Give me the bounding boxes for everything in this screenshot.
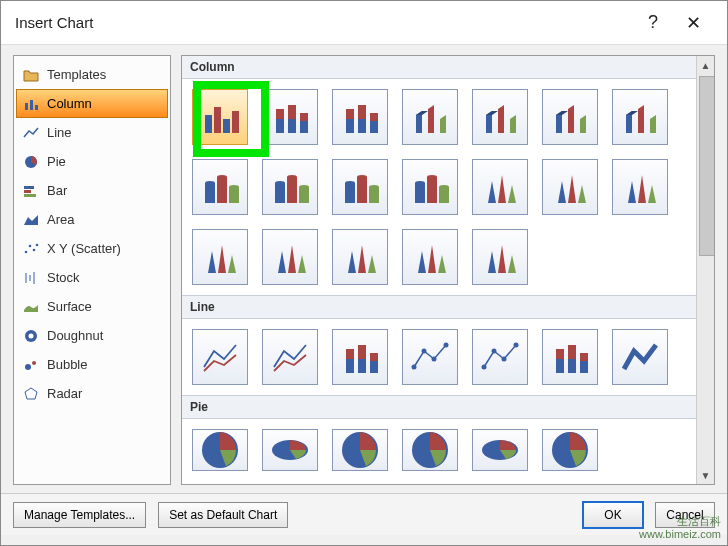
sidebar-item-templates[interactable]: Templates: [16, 60, 168, 89]
svg-point-90: [422, 349, 427, 354]
sidebar-item-bar[interactable]: Bar: [16, 176, 168, 205]
sidebar-item-bubble[interactable]: Bubble: [16, 350, 168, 379]
column-thumb-100pct-stacked-cone[interactable]: [612, 159, 668, 215]
column-thumb-stacked-column[interactable]: [262, 89, 318, 145]
scroll-up-arrow[interactable]: ▲: [697, 56, 714, 74]
svg-point-17: [32, 361, 36, 365]
column-thumb-clustered-pyramid[interactable]: [262, 229, 318, 285]
column-thumb-3d-pyramid[interactable]: [472, 229, 528, 285]
pie-thumb-bar-of-pie[interactable]: [542, 429, 598, 471]
svg-marker-78: [428, 245, 436, 273]
watermark: 生活百科 www.bimeiz.com: [639, 515, 721, 541]
sidebar-item-label: Radar: [47, 386, 82, 401]
svg-rect-20: [214, 107, 221, 133]
line-thumb-100pct-stacked-line-markers[interactable]: [542, 329, 598, 385]
sidebar-item-x-y-scatter-[interactable]: X Y (Scatter): [16, 234, 168, 263]
column-thumb-100pct-stacked-cylinder[interactable]: [332, 159, 388, 215]
close-button[interactable]: ✕: [673, 12, 713, 34]
sidebar-item-doughnut[interactable]: Doughnut: [16, 321, 168, 350]
svg-rect-32: [358, 105, 366, 119]
pie-thumb-exploded-3d-pie[interactable]: [472, 429, 528, 471]
column-icon: [23, 96, 39, 112]
line-thumb-line-markers[interactable]: [402, 329, 458, 385]
column-thumb-stacked-cylinder[interactable]: [262, 159, 318, 215]
sidebar-item-stock[interactable]: Stock: [16, 263, 168, 292]
pie-thumb-pie-of-pie[interactable]: [332, 429, 388, 471]
svg-rect-26: [288, 105, 296, 119]
line-thumb-100pct-stacked-line[interactable]: [332, 329, 388, 385]
svg-marker-73: [298, 255, 306, 273]
svg-point-7: [25, 250, 28, 253]
svg-marker-66: [638, 175, 646, 203]
column-thumb-stacked-pyramid[interactable]: [332, 229, 388, 285]
svg-rect-38: [217, 177, 227, 203]
radar-icon: [23, 386, 39, 402]
bar-icon: [23, 183, 39, 199]
svg-rect-58: [439, 187, 449, 203]
column-thumb-3d-cylinder[interactable]: [402, 159, 458, 215]
column-thumb-3d-cone[interactable]: [192, 229, 248, 285]
svg-point-96: [514, 343, 519, 348]
svg-point-16: [25, 364, 31, 370]
folder-icon: [23, 67, 39, 83]
sidebar-item-surface[interactable]: Surface: [16, 292, 168, 321]
svg-rect-48: [345, 183, 355, 203]
set-default-chart-button[interactable]: Set as Default Chart: [158, 502, 288, 528]
svg-point-10: [36, 243, 39, 246]
svg-rect-30: [346, 109, 354, 119]
sidebar-item-pie[interactable]: Pie: [16, 147, 168, 176]
pie-thumb-3d-pie[interactable]: [262, 429, 318, 471]
help-button[interactable]: ?: [633, 12, 673, 33]
column-thumb-clustered-cone[interactable]: [472, 159, 528, 215]
stock-icon: [23, 270, 39, 286]
line-thumb-line[interactable]: [192, 329, 248, 385]
column-thumb-3d-stacked-column[interactable]: [472, 89, 528, 145]
scrollbar[interactable]: ▲ ▼: [696, 56, 714, 484]
svg-rect-42: [275, 183, 285, 203]
svg-rect-6: [24, 194, 36, 197]
sidebar-item-line[interactable]: Line: [16, 118, 168, 147]
svg-rect-5: [24, 190, 31, 193]
sidebar-item-label: Column: [47, 96, 92, 111]
svg-rect-34: [370, 113, 378, 121]
column-thumb-3d-column[interactable]: [612, 89, 668, 145]
sidebar-item-column[interactable]: Column: [16, 89, 168, 118]
column-thumb-3d-clustered-column[interactable]: [402, 89, 458, 145]
svg-marker-80: [488, 251, 496, 273]
svg-marker-82: [508, 255, 516, 273]
svg-marker-61: [508, 185, 516, 203]
pie-icon: [23, 154, 39, 170]
svg-rect-4: [24, 186, 34, 189]
manage-templates-button[interactable]: Manage Templates...: [13, 502, 146, 528]
sidebar-item-label: Pie: [47, 154, 66, 169]
svg-point-95: [502, 357, 507, 362]
sidebar-item-label: X Y (Scatter): [47, 241, 121, 256]
line-thumb-3d-line[interactable]: [612, 329, 668, 385]
pie-thumb-pie[interactable]: [192, 429, 248, 471]
section-header-pie: Pie: [182, 395, 696, 419]
column-thumb-100pct-stacked-pyramid[interactable]: [402, 229, 458, 285]
line-thumb-stacked-line-markers[interactable]: [472, 329, 528, 385]
column-thumb-stacked-cone[interactable]: [542, 159, 598, 215]
sidebar-item-area[interactable]: Area: [16, 205, 168, 234]
column-thumb-clustered-cylinder[interactable]: [192, 159, 248, 215]
svg-rect-84: [346, 349, 354, 359]
sidebar-item-radar[interactable]: Radar: [16, 379, 168, 408]
column-thumb-100pct-stacked-column[interactable]: [332, 89, 388, 145]
line-thumb-stacked-line[interactable]: [262, 329, 318, 385]
svg-rect-0: [25, 103, 28, 110]
pie-thumb-exploded-pie[interactable]: [402, 429, 458, 471]
ok-button[interactable]: OK: [583, 502, 643, 528]
dialog-title: Insert Chart: [15, 14, 633, 31]
scroll-down-arrow[interactable]: ▼: [697, 466, 714, 484]
svg-marker-67: [648, 185, 656, 203]
manage-templates-label: Manage Templates...: [24, 508, 135, 522]
column-thumb-3d-100pct-stacked-column[interactable]: [542, 89, 598, 145]
column-thumb-clustered-column[interactable]: [192, 89, 248, 145]
watermark-line2: www.bimeiz.com: [639, 528, 721, 541]
svg-marker-62: [558, 181, 566, 203]
scrollbar-thumb[interactable]: [699, 76, 715, 256]
set-default-label: Set as Default Chart: [169, 508, 277, 522]
svg-rect-50: [357, 177, 367, 203]
svg-rect-2: [35, 105, 38, 110]
